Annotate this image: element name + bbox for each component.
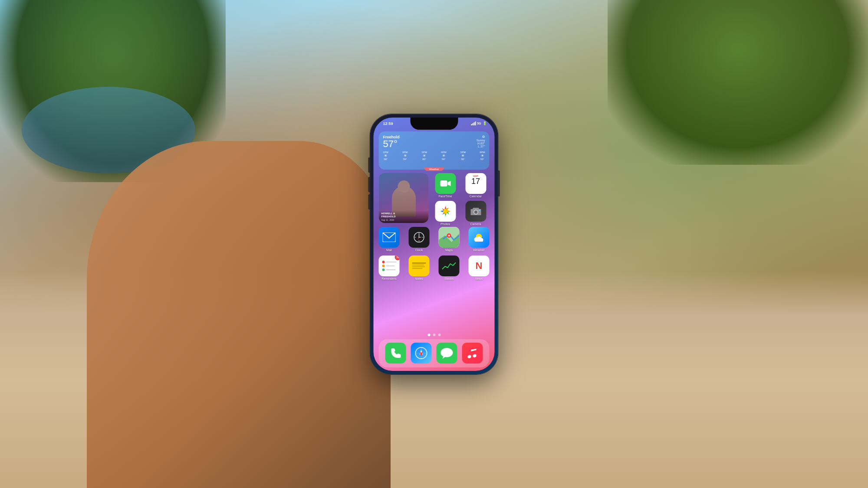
music-icon bbox=[462, 343, 483, 364]
safari-icon bbox=[411, 343, 432, 364]
facetime-label: FaceTime bbox=[439, 195, 452, 198]
dot-3 bbox=[438, 334, 441, 336]
notes-label: Notes bbox=[415, 277, 423, 280]
app-news[interactable]: N News bbox=[469, 255, 490, 280]
weather-sun-6: ☀ bbox=[480, 154, 485, 158]
weather-temp: 57° bbox=[383, 139, 400, 149]
weather-label: Weather bbox=[424, 167, 444, 171]
weather-temp-3: 60° bbox=[422, 158, 427, 160]
widgets-row: HOWELL &FREEHOLD Aug 11, 2020 bbox=[379, 173, 490, 223]
news-letter: N bbox=[476, 260, 483, 272]
weather-temp-4: 59° bbox=[441, 158, 446, 160]
weather-hour-6: 6PM ☀ 55° bbox=[480, 151, 485, 160]
weather-left: Freehold 57° bbox=[383, 135, 400, 149]
weather-icon bbox=[469, 227, 490, 248]
app-maps[interactable]: Maps bbox=[439, 227, 460, 252]
phone-icon bbox=[385, 343, 406, 364]
photo-title: HOWELL &FREEHOLD bbox=[381, 212, 426, 218]
photo-date: Aug 11, 2020 bbox=[381, 219, 426, 221]
photo-widget[interactable]: HOWELL &FREEHOLD Aug 11, 2020 bbox=[379, 173, 429, 223]
photos-icon bbox=[435, 201, 456, 222]
battery-icon: 🔋 bbox=[483, 121, 487, 125]
dock-music[interactable] bbox=[462, 343, 483, 364]
app-clock[interactable]: Clock bbox=[409, 227, 430, 252]
svg-rect-24 bbox=[475, 239, 483, 242]
weather-hour-4: 4PM ☀ 59° bbox=[441, 151, 446, 160]
reminders-lines bbox=[380, 258, 398, 274]
notes-icon bbox=[409, 255, 430, 276]
app-weather[interactable]: Weather bbox=[469, 227, 490, 252]
calendar-day: 17 bbox=[471, 177, 480, 185]
weather-sun-3: ☀ bbox=[422, 154, 427, 158]
weather-right: ⚙ Sunny H:60° L:37° bbox=[477, 135, 485, 148]
app-photos[interactable]: Photos bbox=[432, 201, 459, 226]
photos-svg bbox=[438, 204, 452, 218]
app-stocks[interactable]: Stocks bbox=[439, 255, 460, 280]
status-icons: 5G 🔋 bbox=[471, 121, 487, 125]
svg-line-16 bbox=[418, 237, 419, 239]
weather-top: Freehold 57° ⚙ Sunny H:60° L:37° bbox=[383, 135, 485, 149]
svg-marker-1 bbox=[447, 181, 450, 186]
app-calendar[interactable]: SAT 17 Calendar bbox=[462, 173, 490, 198]
weather-widget[interactable]: Freehold 57° ⚙ Sunny H:60° L:37° 1PM ☀ 5… bbox=[379, 131, 490, 170]
status-time: 12:59 bbox=[383, 121, 393, 126]
dot-2 bbox=[433, 334, 435, 336]
svg-point-19 bbox=[448, 235, 450, 236]
calendar-label: Calendar bbox=[470, 195, 482, 198]
phone-wrapper: 12:59 5G 🔋 Freehold 5 bbox=[370, 114, 498, 374]
music-svg bbox=[467, 347, 478, 359]
page-dots bbox=[427, 334, 441, 336]
reminders-label: Reminders bbox=[382, 277, 397, 280]
weather-svg bbox=[473, 232, 486, 243]
safari-svg bbox=[414, 346, 428, 360]
weather-hour-1: 1PM ☀ 58° bbox=[383, 151, 388, 160]
dock-phone[interactable] bbox=[385, 343, 406, 364]
weather-temp-5: 58° bbox=[460, 158, 466, 160]
app-facetime[interactable]: FaceTime bbox=[432, 173, 459, 198]
weather-sun-4: ☀ bbox=[441, 154, 446, 158]
reminders-badge: 10 bbox=[395, 255, 400, 260]
svg-point-4 bbox=[474, 211, 477, 213]
news-icon: N bbox=[469, 255, 490, 276]
mail-label: Mail bbox=[386, 249, 392, 252]
messages-svg bbox=[440, 347, 453, 359]
app-mail[interactable]: Mail bbox=[379, 227, 400, 252]
svg-rect-5 bbox=[478, 210, 480, 211]
hand bbox=[87, 141, 391, 488]
app-notes[interactable]: Notes bbox=[409, 255, 430, 280]
dock-safari[interactable] bbox=[411, 343, 432, 364]
stocks-label: Stocks bbox=[444, 277, 454, 280]
weather-gear-icon: ⚙ bbox=[477, 135, 485, 139]
camera-icon bbox=[465, 201, 486, 222]
mail-svg bbox=[383, 233, 396, 242]
camera-label: Camera bbox=[470, 223, 481, 226]
news-label: News bbox=[475, 277, 483, 280]
dock bbox=[379, 339, 490, 367]
facetime-svg bbox=[440, 178, 451, 189]
maps-icon bbox=[439, 227, 460, 248]
maps-svg bbox=[439, 227, 460, 248]
weather-sun-1: ☀ bbox=[383, 154, 388, 158]
dot-1 bbox=[427, 334, 430, 336]
weather-sun-5: ☀ bbox=[460, 154, 466, 158]
notch bbox=[410, 118, 458, 130]
facetime-icon bbox=[435, 173, 456, 194]
maps-label: Maps bbox=[445, 249, 453, 252]
reminders-icon: 10 bbox=[379, 255, 400, 276]
app-reminders[interactable]: 10 Reminders bbox=[379, 255, 400, 280]
weather-low: L:37° bbox=[477, 145, 485, 148]
calendar-icon: SAT 17 bbox=[465, 173, 486, 194]
stocks-svg bbox=[442, 261, 457, 271]
app-row-2: 10 Reminders Notes bbox=[379, 255, 490, 280]
dock-messages[interactable] bbox=[436, 343, 457, 364]
mail-icon bbox=[379, 227, 400, 248]
weather-hour-5: 5PM ☀ 58° bbox=[460, 151, 466, 160]
stocks-icon bbox=[439, 255, 460, 276]
weather-hourly: 1PM ☀ 58° 2PM ☀ 59° 3PM ☀ 60° bbox=[383, 151, 485, 160]
trees-right bbox=[608, 0, 868, 165]
phone-svg bbox=[391, 347, 401, 359]
app-camera[interactable]: Camera bbox=[462, 201, 490, 226]
weather-condition: Sunny bbox=[477, 139, 485, 142]
messages-icon bbox=[436, 343, 457, 364]
photo-overlay: HOWELL &FREEHOLD Aug 11, 2020 bbox=[379, 210, 429, 223]
